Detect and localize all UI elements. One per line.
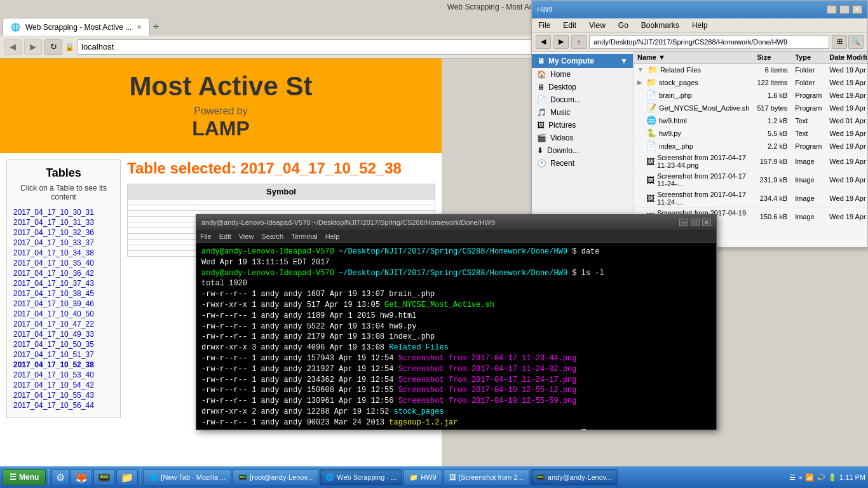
fm-forward-button[interactable]: ▶ bbox=[553, 35, 569, 49]
sidebar-link[interactable]: 2017_04_17_10_30_31 bbox=[13, 208, 114, 217]
clock-display: 1:11 PM bbox=[839, 473, 865, 481]
tray-menu-icon[interactable]: ☰ bbox=[789, 473, 796, 482]
sidebar-link[interactable]: 2017_04_17_10_35_40 bbox=[13, 259, 114, 268]
fm-icon-buttons: ⊞ 🔍 bbox=[832, 35, 864, 49]
sidebar-link[interactable]: 2017_04_17_10_47_22 bbox=[13, 320, 114, 329]
fm-maximize-button[interactable]: □ bbox=[839, 5, 850, 14]
sidebar-link[interactable]: 2017_04_17_10_56_44 bbox=[13, 401, 114, 410]
taskbar-item-andy-terminal[interactable]: 📟 andy@andy-Lenov... bbox=[531, 469, 618, 485]
hw9-icon: 📁 bbox=[409, 473, 418, 482]
fm-title: HW9 bbox=[537, 6, 552, 13]
file-name-cell: 📝 Get_NYCSE_Most_Active.sh bbox=[634, 102, 753, 114]
fm-view-btn[interactable]: ⊞ bbox=[832, 35, 847, 49]
table-row[interactable]: 📄 index_.php 2.2 kB Program Wed 19 Apr 2… bbox=[634, 140, 867, 152]
sidebar-link[interactable]: 2017_04_17_10_37_43 bbox=[13, 279, 114, 288]
fm-sidebar-recent[interactable]: 🕐 Recent bbox=[532, 157, 633, 170]
fm-col-type[interactable]: Type bbox=[791, 51, 825, 64]
table-row[interactable]: 🌐 hw9.html 1.2 kB Text Wed 01 Apr 201 bbox=[634, 114, 867, 127]
sidebar-link[interactable]: 2017_04_17_10_53_40 bbox=[13, 370, 114, 379]
fm-col-size[interactable]: Size bbox=[753, 51, 791, 64]
file-date-cell: Wed 19 Apr 201 bbox=[825, 171, 867, 189]
taskbar-item-firefox[interactable]: 🦊 bbox=[71, 469, 92, 485]
sidebar-link[interactable]: 2017_04_17_10_33_37 bbox=[13, 238, 114, 247]
start-button[interactable]: ☰ Menu bbox=[3, 469, 46, 485]
terminal-menu-terminal[interactable]: Terminal bbox=[291, 233, 318, 240]
fm-close-button[interactable]: ✕ bbox=[852, 5, 862, 14]
refresh-button[interactable]: ↻ bbox=[44, 39, 62, 55]
sidebar-link[interactable]: 2017_04_17_10_49_33 bbox=[13, 330, 114, 339]
forward-button[interactable]: ▶ bbox=[24, 39, 42, 55]
new-tab-button[interactable]: + bbox=[153, 18, 159, 36]
sidebar-link[interactable]: 2017_04_17_10_36_42 bbox=[13, 269, 114, 278]
terminal-body[interactable]: andy@andy-Lenovo-Ideapad-V570 ~/Desktop/… bbox=[196, 243, 716, 430]
fm-sidebar-home[interactable]: 🏠 Home bbox=[532, 68, 633, 81]
file-name-cell: ▼📁 Related Files bbox=[634, 64, 753, 76]
sidebar-link[interactable]: 2017_04_17_10_38_45 bbox=[13, 289, 114, 298]
fm-up-button[interactable]: ↑ bbox=[571, 35, 587, 49]
fm-minimize-button[interactable]: ─ bbox=[827, 5, 837, 14]
pictures-icon: 🖼 bbox=[537, 121, 545, 130]
terminal-maximize-button[interactable]: □ bbox=[691, 219, 700, 226]
fm-back-button[interactable]: ◀ bbox=[536, 35, 551, 49]
table-row[interactable]: 🐍 hw9.py 5.5 kB Text Wed 19 Apr 201 bbox=[634, 127, 867, 140]
taskbar-item-screenshot[interactable]: 🖼 [Screenshot from 2... bbox=[444, 469, 529, 485]
table-row[interactable]: 🖼 Screenshot from 2017-04-17 11-23-44.pn… bbox=[634, 152, 867, 171]
fm-sidebar-documents[interactable]: 📄 Docum... bbox=[532, 93, 633, 106]
table-row[interactable]: 🖼 Screenshot from 2017-04-17 11-24-... 2… bbox=[634, 171, 867, 189]
taskbar-item-new-tab[interactable]: 🌐 [New Tab - Mozilla ... bbox=[144, 469, 231, 485]
fm-menu-help[interactable]: Help bbox=[689, 20, 710, 31]
fm-title-bar: HW9 ─ □ ✕ bbox=[532, 1, 867, 18]
fm-sidebar-pictures[interactable]: 🖼 Pictures bbox=[532, 119, 633, 132]
terminal-line: andy@andy-Lenovo-Ideapad-V570 ~/Desktop/… bbox=[201, 247, 711, 257]
sidebar-link[interactable]: 2017_04_17_10_34_38 bbox=[13, 248, 114, 257]
sidebar-link[interactable]: 2017_04_17_10_55_43 bbox=[13, 391, 114, 400]
terminal-menu-file[interactable]: File bbox=[200, 233, 212, 240]
sidebar-link[interactable]: 2017_04_17_10_54_42 bbox=[13, 381, 114, 390]
sidebar-link[interactable]: 2017_04_17_10_32_36 bbox=[13, 228, 114, 237]
taskbar-item-terminal-small[interactable]: 📟 bbox=[93, 469, 115, 485]
fm-menu-view[interactable]: View bbox=[587, 20, 608, 31]
fm-menu-go[interactable]: Go bbox=[616, 20, 631, 31]
terminal-close-button[interactable]: ✕ bbox=[702, 219, 711, 226]
taskbar-item-files-small[interactable]: 📁 bbox=[116, 469, 138, 485]
table-row[interactable]: ▶📁 stock_pages 122 items Folder Wed 19 A… bbox=[634, 76, 867, 89]
terminal-menu-view[interactable]: View bbox=[239, 233, 254, 240]
sidebar-title: Tables bbox=[13, 166, 114, 180]
back-button[interactable]: ◀ bbox=[4, 39, 22, 55]
sidebar-link[interactable]: 2017_04_17_10_51_37 bbox=[13, 350, 114, 359]
sidebar-link[interactable]: 2017_04_17_10_52_38 bbox=[13, 360, 114, 369]
fm-sidebar-videos[interactable]: 🎬 Videos bbox=[532, 132, 633, 144]
table-row bbox=[128, 205, 435, 211]
table-row[interactable]: 📄 brain_.php 1.6 kB Program Wed 19 Apr 2… bbox=[634, 89, 867, 102]
active-tab[interactable]: 🌐 Web Scrapping - Most Active ... ✕ bbox=[3, 18, 150, 36]
taskbar-item-hw9[interactable]: 📁 HW9 bbox=[403, 469, 442, 485]
taskbar-item-web-scrapping[interactable]: 🌐 Web Scrapping - ... bbox=[320, 469, 402, 485]
table-row[interactable]: 📝 Get_NYCSE_Most_Active.sh 517 bytes Pro… bbox=[634, 102, 867, 114]
desktop-label: Desktop bbox=[548, 83, 576, 92]
sidebar-link[interactable]: 2017_04_17_10_39_46 bbox=[13, 299, 114, 308]
terminal-menu-help[interactable]: Help bbox=[325, 233, 340, 240]
fm-menu-edit[interactable]: Edit bbox=[560, 20, 579, 31]
table-row[interactable]: 🖼 Screenshot from 2017-04-17 11-24-... 2… bbox=[634, 189, 867, 208]
sidebar-link[interactable]: 2017_04_17_10_31_33 bbox=[13, 218, 114, 227]
fm-col-date[interactable]: Date Modified bbox=[825, 51, 867, 64]
fm-menu-file[interactable]: File bbox=[536, 20, 553, 31]
sidebar-link[interactable]: 2017_04_17_10_40_50 bbox=[13, 309, 114, 318]
fm-sidebar-desktop[interactable]: 🖥 Desktop bbox=[532, 81, 633, 93]
taskbar-item-apps[interactable]: ⚙ bbox=[51, 469, 69, 485]
fm-menu-bookmarks[interactable]: Bookmarks bbox=[639, 20, 682, 31]
terminal-menu-search[interactable]: Search bbox=[261, 233, 283, 240]
terminal-ls-line: -rw-r--r-- 1 andy andy 157943 Apr 19 12:… bbox=[201, 353, 711, 364]
fm-col-name[interactable]: Name ▼ bbox=[634, 51, 753, 64]
fm-search-btn[interactable]: 🔍 bbox=[848, 35, 864, 49]
table-row[interactable]: ▼📁 Related Files 6 items Folder Wed 19 A… bbox=[634, 64, 867, 76]
fm-sidebar-my-computer[interactable]: 🖥 My Compute ▼ bbox=[532, 54, 633, 68]
fm-sidebar-music[interactable]: 🎵 Music bbox=[532, 106, 633, 119]
terminal-minimize-button[interactable]: ─ bbox=[679, 219, 688, 226]
taskbar-item-root-terminal[interactable]: 📟 [root@andy-Lenov... bbox=[233, 469, 318, 485]
sidebar-link[interactable]: 2017_04_17_10_50_35 bbox=[13, 340, 114, 349]
fm-address-input[interactable] bbox=[589, 35, 829, 49]
tab-close-button[interactable]: ✕ bbox=[137, 24, 142, 30]
fm-sidebar-downloads[interactable]: ⬇ Downlo... bbox=[532, 144, 633, 157]
terminal-menu-edit[interactable]: Edit bbox=[219, 233, 231, 240]
